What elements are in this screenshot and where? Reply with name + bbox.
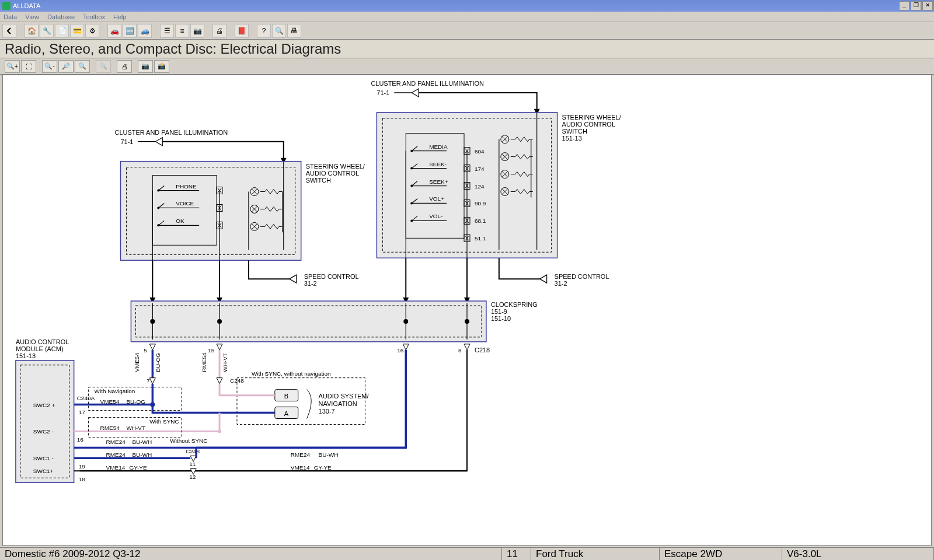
tool-lines-icon[interactable]: ≡: [175, 24, 189, 38]
tool-wrench-icon[interactable]: 🔧: [40, 24, 54, 38]
svg-text:GY-YE: GY-YE: [314, 464, 332, 471]
tool-list-icon[interactable]: ☰: [160, 24, 174, 38]
menu-view[interactable]: View: [25, 13, 39, 20]
box-clockspring: [131, 301, 486, 342]
svg-text:MODULE (ACM): MODULE (ACM): [16, 345, 64, 352]
status-bar: Domestic #6 2009-2012 Q3-12 11 Ford Truc…: [0, 547, 934, 560]
svg-text:BU-WH: BU-WH: [319, 452, 339, 458]
svg-text:SWITCH: SWITCH: [562, 128, 587, 135]
zoom-in-icon[interactable]: 🔍+: [5, 60, 20, 73]
minimize-button[interactable]: _: [899, 1, 909, 10]
svg-text:SWITCH: SWITCH: [306, 177, 331, 184]
tool-print2-icon[interactable]: 🖶: [287, 24, 301, 38]
svg-text:Without SYNC: Without SYNC: [170, 438, 207, 444]
tool-car-icon[interactable]: 🚗: [107, 24, 121, 38]
tool-search-icon[interactable]: 🔍: [272, 24, 286, 38]
svg-text:SWC2 +: SWC2 +: [33, 402, 55, 408]
svg-text:C240A: C240A: [77, 395, 95, 401]
viewer-toolbar: 🔍+ ⛶ 🔍- 🔎 🔍 🔍 🖨 📷 📸: [0, 58, 934, 75]
status-make: Ford Truck: [531, 548, 660, 560]
box-acm: [16, 360, 74, 482]
svg-text:71-1: 71-1: [120, 138, 133, 145]
svg-text:C218: C218: [475, 346, 490, 354]
main-toolbar: 🏠 🔧 📄 💳 ⚙ 🚗 🆕 🚙 ☰ ≡ 📷 🖨 📕 ? 🔍 🖶: [0, 22, 934, 40]
zoom-reset-icon[interactable]: 🔍: [96, 60, 111, 73]
maximize-button[interactable]: ❐: [911, 1, 921, 10]
svg-text:A: A: [284, 410, 289, 417]
svg-text:SEEK+: SEEK+: [429, 178, 448, 185]
snapshot2-icon[interactable]: 📸: [154, 60, 169, 73]
svg-text:BU-OG: BU-OG: [126, 398, 145, 405]
tool-gear-icon[interactable]: ⚙: [85, 24, 99, 38]
svg-text:SWC1+: SWC1+: [33, 468, 54, 474]
svg-text:16: 16: [77, 436, 84, 443]
menu-help[interactable]: Help: [113, 13, 127, 20]
label-cpi-right: CLUSTER AND PANEL ILLUMINATION: [371, 80, 484, 87]
svg-text:With SYNC, without navigation: With SYNC, without navigation: [252, 370, 331, 377]
status-engine: V6-3.0L: [782, 548, 934, 560]
svg-text:SPEED CONTROL: SPEED CONTROL: [304, 273, 359, 280]
svg-text:RME24: RME24: [291, 452, 311, 458]
svg-text:With SYNC: With SYNC: [149, 418, 179, 425]
tool-newcar-icon[interactable]: 🆕: [123, 24, 137, 38]
svg-text:RME54: RME54: [100, 425, 120, 431]
svg-text:15: 15: [208, 347, 215, 354]
window-title: ALLDATA: [13, 2, 40, 9]
menu-toolbox[interactable]: Toolbox: [83, 13, 105, 20]
svg-text:8: 8: [458, 347, 462, 354]
tool-print-icon[interactable]: 🖨: [212, 24, 226, 38]
svg-text:VME54: VME54: [134, 353, 140, 372]
svg-text:With Navigation: With Navigation: [95, 388, 135, 394]
svg-text:68.1: 68.1: [475, 218, 486, 224]
svg-text:BU-WH: BU-WH: [132, 452, 152, 458]
svg-text:VOL-: VOL-: [429, 213, 442, 219]
tool-camera-icon[interactable]: 📷: [190, 24, 204, 38]
svg-text:SPEED CONTROL: SPEED CONTROL: [555, 273, 609, 280]
app-icon: [2, 2, 11, 10]
print-icon[interactable]: 🖨: [117, 60, 132, 73]
svg-text:31-2: 31-2: [555, 280, 567, 287]
status-page: 11: [502, 548, 531, 560]
back-button[interactable]: [2, 24, 16, 38]
svg-text:BU-WH: BU-WH: [132, 439, 152, 445]
menu-database[interactable]: Database: [47, 13, 75, 20]
svg-text:VOL+: VOL+: [429, 195, 444, 202]
tool-help-icon[interactable]: ?: [257, 24, 271, 38]
svg-text:18: 18: [79, 476, 86, 482]
menu-data[interactable]: Data: [4, 13, 17, 20]
zoom-region-icon[interactable]: 🔎: [58, 60, 74, 73]
svg-text:130-7: 130-7: [319, 408, 335, 415]
diagram-viewport[interactable]: CLUSTER AND PANEL ILLUMINATION 71-1 STEE…: [2, 75, 932, 546]
tool-car2-icon[interactable]: 🚙: [138, 24, 152, 38]
tool-home-icon[interactable]: 🏠: [25, 24, 39, 38]
svg-text:VME54: VME54: [100, 398, 120, 405]
zoom-100-icon[interactable]: 🔍: [75, 60, 90, 73]
svg-text:124: 124: [475, 183, 485, 190]
svg-text:151-9: 151-9: [491, 308, 507, 315]
svg-text:GY-YE: GY-YE: [129, 464, 147, 471]
tool-card-icon[interactable]: 💳: [70, 24, 84, 38]
status-model: Escape 2WD: [660, 548, 782, 560]
svg-text:CLOCKSPRING: CLOCKSPRING: [491, 301, 538, 308]
snapshot1-icon[interactable]: 📷: [138, 60, 153, 73]
svg-text:B: B: [284, 393, 288, 400]
svg-text:174: 174: [475, 166, 485, 172]
zoom-fit-icon[interactable]: ⛶: [21, 60, 36, 73]
svg-text:AUDIO CONTROL: AUDIO CONTROL: [16, 338, 69, 345]
tool-book-icon[interactable]: 📕: [235, 24, 249, 38]
label-cpi-right-ref: 71-1: [377, 89, 389, 96]
tool-doc-icon[interactable]: 📄: [55, 24, 69, 38]
svg-text:11: 11: [189, 461, 196, 467]
svg-text:WH-VT: WH-VT: [126, 425, 145, 431]
menu-bar: Data View Database Toolbox Help: [0, 12, 934, 22]
svg-text:BU-OG: BU-OG: [155, 353, 161, 372]
svg-text:C248: C248: [186, 448, 200, 454]
zoom-out-icon[interactable]: 🔍-: [42, 60, 57, 73]
svg-text:5: 5: [144, 347, 147, 354]
svg-text:SEEK-: SEEK-: [429, 161, 447, 167]
svg-text:VME14: VME14: [291, 464, 310, 471]
svg-text:RME24: RME24: [106, 439, 126, 445]
svg-text:RME54: RME54: [201, 352, 207, 372]
status-dataset: Domestic #6 2009-2012 Q3-12: [0, 548, 502, 560]
close-button[interactable]: ✕: [922, 1, 933, 10]
